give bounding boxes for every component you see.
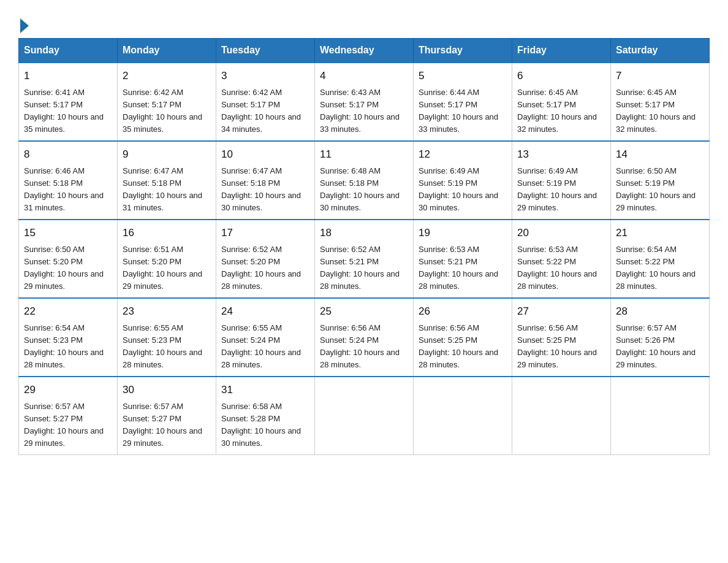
day-info: Sunrise: 6:57 AMSunset: 5:27 PMDaylight:… (24, 402, 104, 448)
day-number: 4 (320, 68, 408, 84)
day-info: Sunrise: 6:47 AMSunset: 5:18 PMDaylight:… (221, 166, 301, 212)
calendar-cell: 26 Sunrise: 6:56 AMSunset: 5:25 PMDaylig… (414, 298, 512, 377)
calendar-cell: 4 Sunrise: 6:43 AMSunset: 5:17 PMDayligh… (315, 63, 414, 141)
day-number: 2 (123, 68, 211, 84)
day-info: Sunrise: 6:58 AMSunset: 5:28 PMDaylight:… (221, 402, 301, 448)
day-number: 21 (616, 225, 704, 241)
day-number: 17 (221, 225, 309, 241)
day-info: Sunrise: 6:50 AMSunset: 5:19 PMDaylight:… (616, 166, 696, 212)
day-number: 20 (517, 225, 605, 241)
calendar-cell (315, 377, 414, 455)
day-info: Sunrise: 6:48 AMSunset: 5:18 PMDaylight:… (320, 166, 400, 212)
day-number: 13 (517, 147, 605, 163)
calendar-cell: 15 Sunrise: 6:50 AMSunset: 5:20 PMDaylig… (19, 220, 118, 298)
page-header (18, 12, 710, 32)
day-number: 24 (221, 304, 309, 320)
calendar-cell: 25 Sunrise: 6:56 AMSunset: 5:24 PMDaylig… (315, 298, 414, 377)
day-info: Sunrise: 6:43 AMSunset: 5:17 PMDaylight:… (320, 88, 400, 134)
day-info: Sunrise: 6:44 AMSunset: 5:17 PMDaylight:… (419, 88, 498, 134)
calendar-cell: 28 Sunrise: 6:57 AMSunset: 5:26 PMDaylig… (611, 298, 710, 377)
calendar-cell: 8 Sunrise: 6:46 AMSunset: 5:18 PMDayligh… (19, 141, 118, 220)
calendar-cell: 9 Sunrise: 6:47 AMSunset: 5:18 PMDayligh… (118, 141, 216, 220)
header-day-friday: Friday (512, 39, 611, 63)
calendar-week-4: 22 Sunrise: 6:54 AMSunset: 5:23 PMDaylig… (19, 298, 710, 377)
day-number: 10 (221, 147, 309, 163)
day-number: 16 (123, 225, 211, 241)
calendar-cell: 1 Sunrise: 6:41 AMSunset: 5:17 PMDayligh… (19, 63, 118, 141)
day-number: 22 (24, 304, 112, 320)
day-number: 7 (616, 68, 704, 84)
day-number: 23 (123, 304, 211, 320)
calendar-cell: 20 Sunrise: 6:53 AMSunset: 5:22 PMDaylig… (512, 220, 611, 298)
calendar-header-row: SundayMondayTuesdayWednesdayThursdayFrid… (19, 39, 710, 63)
calendar-cell: 16 Sunrise: 6:51 AMSunset: 5:20 PMDaylig… (118, 220, 216, 298)
calendar-cell: 13 Sunrise: 6:49 AMSunset: 5:19 PMDaylig… (512, 141, 611, 220)
calendar-cell: 11 Sunrise: 6:48 AMSunset: 5:18 PMDaylig… (315, 141, 414, 220)
day-number: 29 (24, 382, 112, 398)
calendar-cell: 6 Sunrise: 6:45 AMSunset: 5:17 PMDayligh… (512, 63, 611, 141)
day-number: 6 (517, 68, 605, 84)
calendar-cell: 12 Sunrise: 6:49 AMSunset: 5:19 PMDaylig… (414, 141, 512, 220)
day-info: Sunrise: 6:52 AMSunset: 5:20 PMDaylight:… (221, 245, 301, 291)
day-number: 15 (24, 225, 112, 241)
day-info: Sunrise: 6:53 AMSunset: 5:21 PMDaylight:… (419, 245, 498, 291)
day-number: 19 (419, 225, 507, 241)
day-number: 27 (517, 304, 605, 320)
calendar-cell: 10 Sunrise: 6:47 AMSunset: 5:18 PMDaylig… (216, 141, 315, 220)
calendar-cell: 2 Sunrise: 6:42 AMSunset: 5:17 PMDayligh… (118, 63, 216, 141)
day-info: Sunrise: 6:52 AMSunset: 5:21 PMDaylight:… (320, 245, 400, 291)
day-number: 28 (616, 304, 704, 320)
calendar-week-3: 15 Sunrise: 6:50 AMSunset: 5:20 PMDaylig… (19, 220, 710, 298)
day-info: Sunrise: 6:45 AMSunset: 5:17 PMDaylight:… (616, 88, 696, 134)
day-info: Sunrise: 6:49 AMSunset: 5:19 PMDaylight:… (517, 166, 597, 212)
calendar-cell: 7 Sunrise: 6:45 AMSunset: 5:17 PMDayligh… (611, 63, 710, 141)
day-info: Sunrise: 6:45 AMSunset: 5:17 PMDaylight:… (517, 88, 597, 134)
day-info: Sunrise: 6:54 AMSunset: 5:22 PMDaylight:… (616, 245, 696, 291)
day-info: Sunrise: 6:56 AMSunset: 5:25 PMDaylight:… (517, 323, 597, 369)
header-day-saturday: Saturday (611, 39, 710, 63)
header-day-tuesday: Tuesday (216, 39, 315, 63)
calendar-cell: 5 Sunrise: 6:44 AMSunset: 5:17 PMDayligh… (414, 63, 512, 141)
day-info: Sunrise: 6:46 AMSunset: 5:18 PMDaylight:… (24, 166, 104, 212)
day-info: Sunrise: 6:42 AMSunset: 5:17 PMDaylight:… (221, 88, 301, 134)
calendar-cell: 24 Sunrise: 6:55 AMSunset: 5:24 PMDaylig… (216, 298, 315, 377)
calendar-cell: 18 Sunrise: 6:52 AMSunset: 5:21 PMDaylig… (315, 220, 414, 298)
day-info: Sunrise: 6:41 AMSunset: 5:17 PMDaylight:… (24, 88, 104, 134)
logo-triangle-icon (20, 18, 29, 33)
header-day-wednesday: Wednesday (315, 39, 414, 63)
calendar-cell: 21 Sunrise: 6:54 AMSunset: 5:22 PMDaylig… (611, 220, 710, 298)
header-day-thursday: Thursday (414, 39, 512, 63)
header-day-monday: Monday (118, 39, 216, 63)
day-number: 9 (123, 147, 211, 163)
day-number: 1 (24, 68, 112, 84)
day-info: Sunrise: 6:55 AMSunset: 5:23 PMDaylight:… (123, 323, 202, 369)
calendar-table: SundayMondayTuesdayWednesdayThursdayFrid… (18, 38, 710, 455)
day-number: 25 (320, 304, 408, 320)
day-info: Sunrise: 6:53 AMSunset: 5:22 PMDaylight:… (517, 245, 597, 291)
header-day-sunday: Sunday (19, 39, 118, 63)
day-number: 26 (419, 304, 507, 320)
day-number: 11 (320, 147, 408, 163)
logo (18, 12, 29, 32)
calendar-week-5: 29 Sunrise: 6:57 AMSunset: 5:27 PMDaylig… (19, 377, 710, 455)
calendar-cell: 29 Sunrise: 6:57 AMSunset: 5:27 PMDaylig… (19, 377, 118, 455)
calendar-cell: 23 Sunrise: 6:55 AMSunset: 5:23 PMDaylig… (118, 298, 216, 377)
calendar-week-1: 1 Sunrise: 6:41 AMSunset: 5:17 PMDayligh… (19, 63, 710, 141)
day-info: Sunrise: 6:50 AMSunset: 5:20 PMDaylight:… (24, 245, 104, 291)
day-info: Sunrise: 6:57 AMSunset: 5:27 PMDaylight:… (123, 402, 202, 448)
day-number: 18 (320, 225, 408, 241)
day-number: 5 (419, 68, 507, 84)
day-number: 30 (123, 382, 211, 398)
calendar-cell: 19 Sunrise: 6:53 AMSunset: 5:21 PMDaylig… (414, 220, 512, 298)
day-info: Sunrise: 6:57 AMSunset: 5:26 PMDaylight:… (616, 323, 696, 369)
day-info: Sunrise: 6:56 AMSunset: 5:24 PMDaylight:… (320, 323, 400, 369)
calendar-cell: 31 Sunrise: 6:58 AMSunset: 5:28 PMDaylig… (216, 377, 315, 455)
calendar-cell: 17 Sunrise: 6:52 AMSunset: 5:20 PMDaylig… (216, 220, 315, 298)
calendar-cell (414, 377, 512, 455)
calendar-cell: 27 Sunrise: 6:56 AMSunset: 5:25 PMDaylig… (512, 298, 611, 377)
calendar-cell: 14 Sunrise: 6:50 AMSunset: 5:19 PMDaylig… (611, 141, 710, 220)
day-number: 31 (221, 382, 309, 398)
calendar-cell: 3 Sunrise: 6:42 AMSunset: 5:17 PMDayligh… (216, 63, 315, 141)
calendar-cell: 30 Sunrise: 6:57 AMSunset: 5:27 PMDaylig… (118, 377, 216, 455)
day-info: Sunrise: 6:42 AMSunset: 5:17 PMDaylight:… (123, 88, 202, 134)
